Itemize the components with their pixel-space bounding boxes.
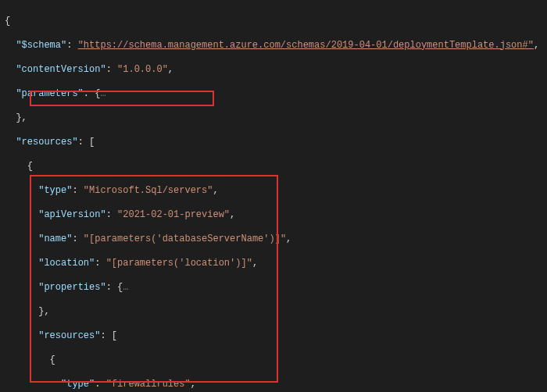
code-line: "type": "firewallrules", [5,379,547,391]
code-line: "name": "[parameters('databaseServerName… [5,233,547,246]
code-line: { [5,355,547,367]
code-line: "apiVersion": "2021-02-01-preview", [5,209,547,222]
code-line: }, [5,112,547,125]
code-line: }, [5,306,547,319]
highlight-box-nested-resources [30,175,278,383]
code-line: "$schema": "https://schema.management.az… [5,40,547,52]
code-line: { [5,16,547,28]
code-line: "type": "Microsoft.Sql/servers", [5,185,547,198]
code-line: { [5,161,547,173]
code-line: "properties": {… [5,282,547,294]
code-line: "parameters": {… [5,88,547,101]
code-line: "resources": [ [5,137,547,149]
code-line: "contentVersion": "1.0.0.0", [5,64,547,77]
code-line: "location": "[parameters('location')]", [5,258,547,270]
code-line: "resources": [ [5,330,547,343]
json-editor[interactable]: { "$schema": "https://schema.management.… [0,0,547,392]
